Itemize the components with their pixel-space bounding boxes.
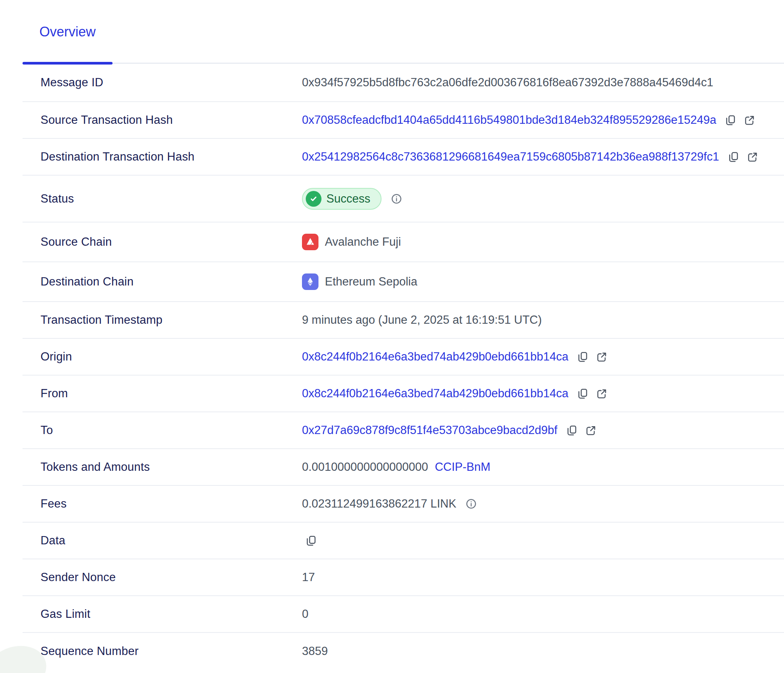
timestamp-value: 9 minutes ago (June 2, 2025 at 16:19:51 … xyxy=(302,313,542,327)
dest-tx-hash-label: Destination Transaction Hash xyxy=(22,150,302,163)
row-from: From 0x8c244f0b2164e6a3bed74ab429b0ebd66… xyxy=(22,376,784,412)
data-label: Data xyxy=(22,534,302,547)
message-id-value: 0x934f57925b5d8fbc763c2a06dfe2d003676816… xyxy=(302,76,713,89)
token-link[interactable]: CCIP-BnM xyxy=(435,460,490,474)
origin-label: Origin xyxy=(22,350,302,364)
gas-limit-value: 0 xyxy=(302,607,308,621)
row-status: Status Success xyxy=(22,176,784,222)
copy-icon[interactable] xyxy=(566,424,578,437)
copy-icon[interactable] xyxy=(577,351,589,363)
row-message-id: Message ID 0x934f57925b5d8fbc763c2a06dfe… xyxy=(22,64,784,102)
row-sender-nonce: Sender Nonce 17 xyxy=(22,560,784,596)
sender-nonce-label: Sender Nonce xyxy=(22,570,302,584)
row-dest-chain: Destination Chain Ethereum Sepolia xyxy=(22,262,784,302)
gas-limit-label: Gas Limit xyxy=(22,607,302,621)
row-timestamp: Transaction Timestamp 9 minutes ago (Jun… xyxy=(22,302,784,339)
message-id-label: Message ID xyxy=(22,76,302,89)
to-address-link[interactable]: 0x27d7a69c878f9c8f51f4e53703abce9bacd2d9… xyxy=(302,424,557,437)
tab-overview-label: Overview xyxy=(39,24,96,39)
check-icon xyxy=(306,191,322,207)
row-source-chain: Source Chain Avalanche Fuji xyxy=(22,222,784,262)
status-badge-text: Success xyxy=(327,192,370,205)
source-tx-hash-label: Source Transaction Hash xyxy=(22,113,302,127)
source-tx-hash-link[interactable]: 0x70858cfeadcfbd1404a65dd4116b549801bde3… xyxy=(302,113,716,127)
origin-address-link[interactable]: 0x8c244f0b2164e6a3bed74ab429b0ebd661bb14… xyxy=(302,350,568,364)
fees-label: Fees xyxy=(22,497,302,511)
row-sequence-number: Sequence Number 3859 xyxy=(22,633,784,670)
sequence-number-label: Sequence Number xyxy=(22,645,302,658)
row-gas-limit: Gas Limit 0 xyxy=(22,596,784,633)
external-link-icon[interactable] xyxy=(585,424,597,437)
to-label: To xyxy=(22,424,302,437)
row-origin: Origin 0x8c244f0b2164e6a3bed74ab429b0ebd… xyxy=(22,339,784,376)
dest-chain-label: Destination Chain xyxy=(22,275,302,289)
status-badge: Success xyxy=(302,188,381,210)
row-dest-tx-hash: Destination Transaction Hash 0x254129825… xyxy=(22,139,784,176)
sequence-number-value: 3859 xyxy=(302,645,328,658)
tokens-amounts-label: Tokens and Amounts xyxy=(22,460,302,474)
source-chain-name: Avalanche Fuji xyxy=(325,235,401,249)
row-tokens-amounts: Tokens and Amounts 0.001000000000000000 … xyxy=(22,449,784,486)
external-link-icon[interactable] xyxy=(743,114,756,126)
tab-bar: Overview xyxy=(22,0,784,64)
details-table: Message ID 0x934f57925b5d8fbc763c2a06dfe… xyxy=(0,64,784,670)
fees-value: 0.023112499163862217 LINK xyxy=(302,497,456,511)
copy-icon[interactable] xyxy=(727,151,740,163)
info-icon[interactable] xyxy=(390,193,403,205)
timestamp-label: Transaction Timestamp xyxy=(22,313,302,327)
tab-overview[interactable]: Overview xyxy=(22,24,112,40)
row-source-tx-hash: Source Transaction Hash 0x70858cfeadcfbd… xyxy=(22,102,784,139)
copy-icon[interactable] xyxy=(724,114,737,126)
dest-tx-hash-link[interactable]: 0x25412982564c8c7363681296681649ea7159c6… xyxy=(302,150,719,163)
row-to: To 0x27d7a69c878f9c8f51f4e53703abce9bacd… xyxy=(22,412,784,449)
ccip-transaction-details: Overview Message ID 0x934f57925b5d8fbc76… xyxy=(0,0,784,670)
row-fees: Fees 0.023112499163862217 LINK xyxy=(22,486,784,522)
active-tab-indicator xyxy=(22,62,112,65)
status-label: Status xyxy=(22,192,302,205)
info-icon[interactable] xyxy=(465,498,477,510)
row-data: Data xyxy=(22,522,784,560)
copy-icon[interactable] xyxy=(577,387,589,400)
token-amount: 0.001000000000000000 xyxy=(302,460,428,474)
dest-chain-name: Ethereum Sepolia xyxy=(325,275,417,289)
ethereum-logo-icon xyxy=(302,274,319,290)
external-link-icon[interactable] xyxy=(746,151,759,163)
copy-icon[interactable] xyxy=(305,535,317,547)
avalanche-logo-icon xyxy=(302,234,319,250)
from-label: From xyxy=(22,387,302,400)
sender-nonce-value: 17 xyxy=(302,570,315,584)
external-link-icon[interactable] xyxy=(595,387,608,400)
external-link-icon[interactable] xyxy=(595,351,608,363)
source-chain-label: Source Chain xyxy=(22,235,302,249)
from-address-link[interactable]: 0x8c244f0b2164e6a3bed74ab429b0ebd661bb14… xyxy=(302,387,568,400)
